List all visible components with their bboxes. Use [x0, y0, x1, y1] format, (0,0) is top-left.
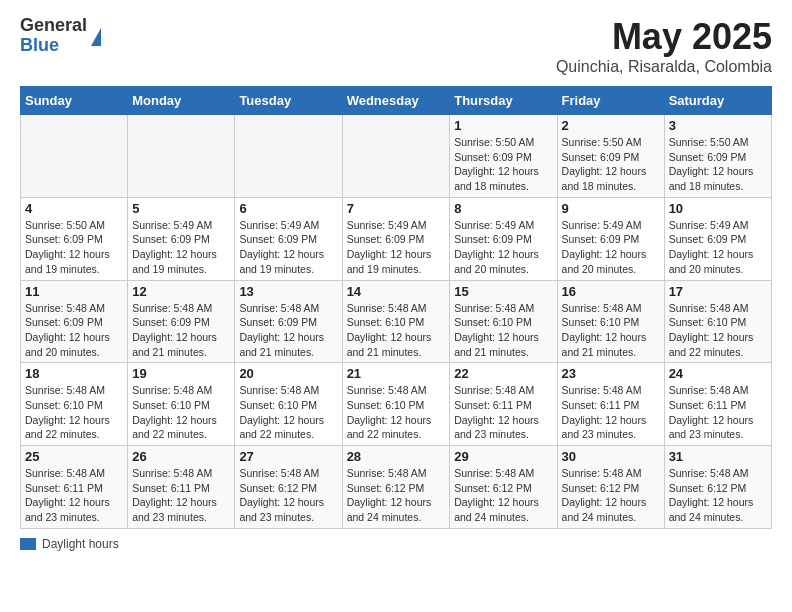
- calendar-week-3: 11Sunrise: 5:48 AM Sunset: 6:09 PM Dayli…: [21, 280, 772, 363]
- col-friday: Friday: [557, 87, 664, 115]
- day-number: 21: [347, 366, 446, 381]
- day-number: 13: [239, 284, 337, 299]
- day-number: 2: [562, 118, 660, 133]
- day-number: 3: [669, 118, 767, 133]
- table-row: 11Sunrise: 5:48 AM Sunset: 6:09 PM Dayli…: [21, 280, 128, 363]
- table-row: 30Sunrise: 5:48 AM Sunset: 6:12 PM Dayli…: [557, 446, 664, 529]
- legend-color-box: [20, 538, 36, 550]
- calendar-header-row: Sunday Monday Tuesday Wednesday Thursday…: [21, 87, 772, 115]
- table-row: [235, 115, 342, 198]
- day-number: 12: [132, 284, 230, 299]
- day-number: 23: [562, 366, 660, 381]
- day-info: Sunrise: 5:50 AM Sunset: 6:09 PM Dayligh…: [25, 218, 123, 277]
- table-row: 16Sunrise: 5:48 AM Sunset: 6:10 PM Dayli…: [557, 280, 664, 363]
- logo: General Blue: [20, 16, 101, 56]
- col-saturday: Saturday: [664, 87, 771, 115]
- day-info: Sunrise: 5:48 AM Sunset: 6:09 PM Dayligh…: [25, 301, 123, 360]
- table-row: 6Sunrise: 5:49 AM Sunset: 6:09 PM Daylig…: [235, 197, 342, 280]
- day-info: Sunrise: 5:48 AM Sunset: 6:12 PM Dayligh…: [562, 466, 660, 525]
- table-row: 17Sunrise: 5:48 AM Sunset: 6:10 PM Dayli…: [664, 280, 771, 363]
- table-row: 14Sunrise: 5:48 AM Sunset: 6:10 PM Dayli…: [342, 280, 450, 363]
- table-row: 19Sunrise: 5:48 AM Sunset: 6:10 PM Dayli…: [128, 363, 235, 446]
- day-info: Sunrise: 5:49 AM Sunset: 6:09 PM Dayligh…: [454, 218, 552, 277]
- logo-general: General: [20, 16, 87, 36]
- day-number: 22: [454, 366, 552, 381]
- legend: Daylight hours: [20, 537, 772, 551]
- day-number: 31: [669, 449, 767, 464]
- col-tuesday: Tuesday: [235, 87, 342, 115]
- day-info: Sunrise: 5:49 AM Sunset: 6:09 PM Dayligh…: [347, 218, 446, 277]
- day-number: 15: [454, 284, 552, 299]
- table-row: [342, 115, 450, 198]
- day-info: Sunrise: 5:48 AM Sunset: 6:10 PM Dayligh…: [562, 301, 660, 360]
- day-number: 19: [132, 366, 230, 381]
- day-info: Sunrise: 5:48 AM Sunset: 6:10 PM Dayligh…: [454, 301, 552, 360]
- calendar-week-1: 1Sunrise: 5:50 AM Sunset: 6:09 PM Daylig…: [21, 115, 772, 198]
- day-info: Sunrise: 5:49 AM Sunset: 6:09 PM Dayligh…: [562, 218, 660, 277]
- table-row: 13Sunrise: 5:48 AM Sunset: 6:09 PM Dayli…: [235, 280, 342, 363]
- day-number: 7: [347, 201, 446, 216]
- calendar-week-4: 18Sunrise: 5:48 AM Sunset: 6:10 PM Dayli…: [21, 363, 772, 446]
- day-info: Sunrise: 5:48 AM Sunset: 6:11 PM Dayligh…: [562, 383, 660, 442]
- calendar-week-5: 25Sunrise: 5:48 AM Sunset: 6:11 PM Dayli…: [21, 446, 772, 529]
- day-info: Sunrise: 5:50 AM Sunset: 6:09 PM Dayligh…: [454, 135, 552, 194]
- table-row: 18Sunrise: 5:48 AM Sunset: 6:10 PM Dayli…: [21, 363, 128, 446]
- day-number: 10: [669, 201, 767, 216]
- table-row: 10Sunrise: 5:49 AM Sunset: 6:09 PM Dayli…: [664, 197, 771, 280]
- day-info: Sunrise: 5:48 AM Sunset: 6:12 PM Dayligh…: [669, 466, 767, 525]
- calendar-week-2: 4Sunrise: 5:50 AM Sunset: 6:09 PM Daylig…: [21, 197, 772, 280]
- logo-text: General Blue: [20, 16, 87, 56]
- table-row: 28Sunrise: 5:48 AM Sunset: 6:12 PM Dayli…: [342, 446, 450, 529]
- col-monday: Monday: [128, 87, 235, 115]
- day-info: Sunrise: 5:48 AM Sunset: 6:11 PM Dayligh…: [132, 466, 230, 525]
- day-info: Sunrise: 5:48 AM Sunset: 6:10 PM Dayligh…: [239, 383, 337, 442]
- day-info: Sunrise: 5:48 AM Sunset: 6:12 PM Dayligh…: [454, 466, 552, 525]
- day-number: 20: [239, 366, 337, 381]
- day-info: Sunrise: 5:48 AM Sunset: 6:10 PM Dayligh…: [347, 383, 446, 442]
- table-row: 5Sunrise: 5:49 AM Sunset: 6:09 PM Daylig…: [128, 197, 235, 280]
- header: General Blue May 2025 Quinchia, Risarald…: [20, 16, 772, 76]
- day-number: 14: [347, 284, 446, 299]
- table-row: 26Sunrise: 5:48 AM Sunset: 6:11 PM Dayli…: [128, 446, 235, 529]
- page: General Blue May 2025 Quinchia, Risarald…: [0, 0, 792, 612]
- table-row: 31Sunrise: 5:48 AM Sunset: 6:12 PM Dayli…: [664, 446, 771, 529]
- table-row: 25Sunrise: 5:48 AM Sunset: 6:11 PM Dayli…: [21, 446, 128, 529]
- table-row: 1Sunrise: 5:50 AM Sunset: 6:09 PM Daylig…: [450, 115, 557, 198]
- day-number: 6: [239, 201, 337, 216]
- day-info: Sunrise: 5:48 AM Sunset: 6:11 PM Dayligh…: [669, 383, 767, 442]
- day-number: 18: [25, 366, 123, 381]
- day-number: 9: [562, 201, 660, 216]
- calendar: Sunday Monday Tuesday Wednesday Thursday…: [20, 86, 772, 529]
- table-row: [128, 115, 235, 198]
- day-number: 8: [454, 201, 552, 216]
- day-number: 1: [454, 118, 552, 133]
- day-info: Sunrise: 5:50 AM Sunset: 6:09 PM Dayligh…: [669, 135, 767, 194]
- logo-triangle-icon: [91, 28, 101, 46]
- table-row: 7Sunrise: 5:49 AM Sunset: 6:09 PM Daylig…: [342, 197, 450, 280]
- table-row: 23Sunrise: 5:48 AM Sunset: 6:11 PM Dayli…: [557, 363, 664, 446]
- day-info: Sunrise: 5:48 AM Sunset: 6:10 PM Dayligh…: [25, 383, 123, 442]
- day-number: 4: [25, 201, 123, 216]
- table-row: [21, 115, 128, 198]
- table-row: 21Sunrise: 5:48 AM Sunset: 6:10 PM Dayli…: [342, 363, 450, 446]
- table-row: 9Sunrise: 5:49 AM Sunset: 6:09 PM Daylig…: [557, 197, 664, 280]
- table-row: 15Sunrise: 5:48 AM Sunset: 6:10 PM Dayli…: [450, 280, 557, 363]
- table-row: 3Sunrise: 5:50 AM Sunset: 6:09 PM Daylig…: [664, 115, 771, 198]
- legend-label: Daylight hours: [42, 537, 119, 551]
- subtitle: Quinchia, Risaralda, Colombia: [556, 58, 772, 76]
- day-info: Sunrise: 5:48 AM Sunset: 6:11 PM Dayligh…: [25, 466, 123, 525]
- day-number: 28: [347, 449, 446, 464]
- day-info: Sunrise: 5:48 AM Sunset: 6:11 PM Dayligh…: [454, 383, 552, 442]
- table-row: 8Sunrise: 5:49 AM Sunset: 6:09 PM Daylig…: [450, 197, 557, 280]
- day-info: Sunrise: 5:49 AM Sunset: 6:09 PM Dayligh…: [132, 218, 230, 277]
- day-number: 17: [669, 284, 767, 299]
- day-info: Sunrise: 5:49 AM Sunset: 6:09 PM Dayligh…: [239, 218, 337, 277]
- day-number: 29: [454, 449, 552, 464]
- day-info: Sunrise: 5:48 AM Sunset: 6:09 PM Dayligh…: [132, 301, 230, 360]
- col-wednesday: Wednesday: [342, 87, 450, 115]
- day-info: Sunrise: 5:50 AM Sunset: 6:09 PM Dayligh…: [562, 135, 660, 194]
- main-title: May 2025: [556, 16, 772, 58]
- day-number: 5: [132, 201, 230, 216]
- table-row: 20Sunrise: 5:48 AM Sunset: 6:10 PM Dayli…: [235, 363, 342, 446]
- day-info: Sunrise: 5:48 AM Sunset: 6:10 PM Dayligh…: [669, 301, 767, 360]
